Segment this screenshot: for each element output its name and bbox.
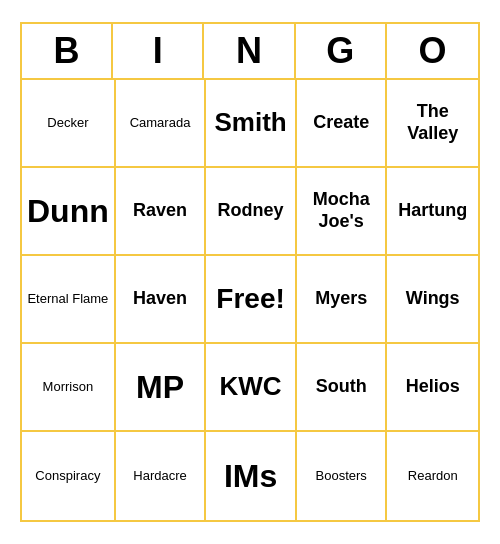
cell-text-8: Mocha Joe's xyxy=(302,189,381,232)
bingo-cell-11: Haven xyxy=(116,256,207,344)
cell-text-17: KWC xyxy=(220,371,282,402)
cell-text-15: Morrison xyxy=(43,379,94,395)
bingo-cell-24: Reardon xyxy=(387,432,478,520)
bingo-cell-19: Helios xyxy=(387,344,478,432)
cell-text-21: Hardacre xyxy=(133,468,186,484)
cell-text-7: Rodney xyxy=(218,200,284,222)
bingo-cell-6: Raven xyxy=(116,168,207,256)
cell-text-22: IMs xyxy=(224,457,277,495)
cell-text-10: Eternal Flame xyxy=(27,291,108,307)
bingo-cell-10: Eternal Flame xyxy=(22,256,116,344)
header-n: N xyxy=(204,24,295,78)
cell-text-19: Helios xyxy=(406,376,460,398)
cell-text-9: Hartung xyxy=(398,200,467,222)
cell-text-16: MP xyxy=(136,368,184,406)
cell-text-24: Reardon xyxy=(408,468,458,484)
bingo-cell-3: Create xyxy=(297,80,388,168)
bingo-cell-0: Decker xyxy=(22,80,116,168)
cell-text-6: Raven xyxy=(133,200,187,222)
cell-text-12: Free! xyxy=(216,282,284,316)
bingo-cell-5: Dunn xyxy=(22,168,116,256)
bingo-grid: DeckerCamaradaSmithCreateThe ValleyDunnR… xyxy=(22,80,478,520)
cell-text-11: Haven xyxy=(133,288,187,310)
bingo-cell-17: KWC xyxy=(206,344,297,432)
cell-text-0: Decker xyxy=(47,115,88,131)
cell-text-23: Boosters xyxy=(316,468,367,484)
bingo-cell-18: South xyxy=(297,344,388,432)
bingo-cell-16: MP xyxy=(116,344,207,432)
header-b: B xyxy=(22,24,113,78)
cell-text-3: Create xyxy=(313,112,369,134)
cell-text-18: South xyxy=(316,376,367,398)
header-o: O xyxy=(387,24,478,78)
bingo-cell-23: Boosters xyxy=(297,432,388,520)
bingo-cell-14: Wings xyxy=(387,256,478,344)
bingo-cell-8: Mocha Joe's xyxy=(297,168,388,256)
cell-text-4: The Valley xyxy=(392,101,473,144)
cell-text-20: Conspiracy xyxy=(35,468,100,484)
bingo-cell-1: Camarada xyxy=(116,80,207,168)
bingo-cell-20: Conspiracy xyxy=(22,432,116,520)
cell-text-2: Smith xyxy=(214,107,286,138)
bingo-cell-13: Myers xyxy=(297,256,388,344)
bingo-cell-12: Free! xyxy=(206,256,297,344)
cell-text-13: Myers xyxy=(315,288,367,310)
bingo-cell-4: The Valley xyxy=(387,80,478,168)
bingo-cell-7: Rodney xyxy=(206,168,297,256)
bingo-cell-2: Smith xyxy=(206,80,297,168)
header-i: I xyxy=(113,24,204,78)
bingo-cell-22: IMs xyxy=(206,432,297,520)
bingo-header: B I N G O xyxy=(22,24,478,80)
bingo-cell-15: Morrison xyxy=(22,344,116,432)
cell-text-1: Camarada xyxy=(130,115,191,131)
bingo-cell-9: Hartung xyxy=(387,168,478,256)
header-g: G xyxy=(296,24,387,78)
cell-text-5: Dunn xyxy=(27,192,109,230)
cell-text-14: Wings xyxy=(406,288,460,310)
bingo-card: B I N G O DeckerCamaradaSmithCreateThe V… xyxy=(20,22,480,522)
bingo-cell-21: Hardacre xyxy=(116,432,207,520)
